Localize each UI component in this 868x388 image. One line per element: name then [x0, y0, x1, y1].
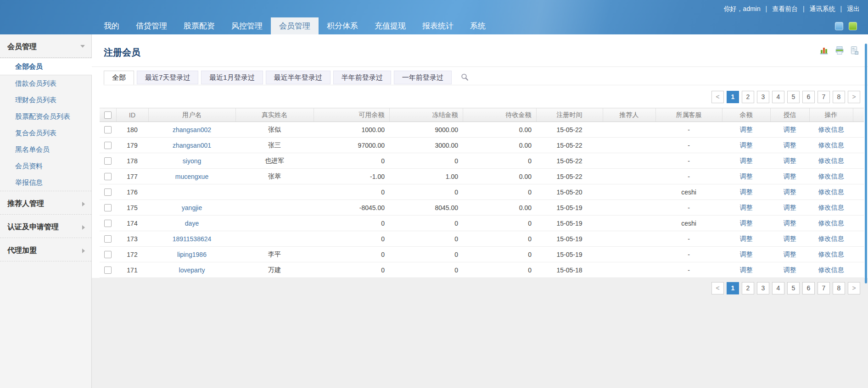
- page-button-4[interactable]: 4: [772, 91, 784, 103]
- adjust-balance-link[interactable]: 调整: [740, 235, 753, 242]
- next-page-button[interactable]: >: [848, 91, 860, 103]
- edit-info-link[interactable]: 修改信息: [818, 172, 844, 180]
- column-header-7[interactable]: 推荐人: [603, 108, 655, 122]
- page-button-5[interactable]: 5: [787, 91, 800, 103]
- column-header-5[interactable]: 待收金额: [463, 108, 536, 122]
- username-link[interactable]: zhangsan001: [173, 142, 211, 149]
- chart-icon[interactable]: [819, 45, 829, 55]
- username-link[interactable]: yangjie: [182, 204, 202, 211]
- adjust-balance-link[interactable]: 调整: [740, 157, 753, 164]
- adjust-balance-link[interactable]: 调整: [740, 219, 753, 227]
- search-button[interactable]: [454, 71, 475, 84]
- row-checkbox[interactable]: [104, 157, 112, 165]
- column-header-3[interactable]: 可用余额: [314, 108, 389, 122]
- next-page-button[interactable]: >: [848, 282, 860, 294]
- filter-tab-0[interactable]: 全部: [104, 71, 134, 85]
- nav-item-3[interactable]: 风控管理: [223, 17, 271, 34]
- row-checkbox[interactable]: [104, 142, 112, 149]
- edit-info-link[interactable]: 修改信息: [818, 266, 844, 273]
- column-header-0[interactable]: ID: [116, 108, 148, 122]
- page-button-2[interactable]: 2: [742, 282, 754, 294]
- sidebar-item-0-1[interactable]: 借款会员列表: [0, 75, 91, 92]
- filter-tab-5[interactable]: 一年前登录过: [394, 71, 452, 84]
- column-header-2[interactable]: 真实姓名: [235, 108, 314, 122]
- filter-tab-4[interactable]: 半年前登录过: [333, 71, 391, 84]
- adjust-credit-link[interactable]: 调整: [784, 141, 796, 149]
- row-checkbox[interactable]: [104, 251, 112, 258]
- row-checkbox[interactable]: [104, 266, 112, 274]
- column-header-6[interactable]: 注册时间: [536, 108, 603, 122]
- prev-page-button[interactable]: <: [711, 91, 724, 103]
- username-link[interactable]: 18911538624: [173, 235, 212, 243]
- column-header-10[interactable]: 授信: [770, 108, 809, 122]
- row-checkbox[interactable]: [104, 126, 112, 133]
- edit-info-link[interactable]: 修改信息: [818, 250, 844, 258]
- edit-info-link[interactable]: 修改信息: [818, 157, 844, 164]
- nav-item-1[interactable]: 借贷管理: [128, 17, 175, 34]
- sidebar-item-0-0[interactable]: 全部会员: [0, 58, 92, 75]
- page-button-7[interactable]: 7: [818, 282, 830, 294]
- row-checkbox[interactable]: [104, 188, 112, 196]
- page-button-8[interactable]: 8: [833, 282, 845, 294]
- report-icon[interactable]: [850, 45, 860, 55]
- row-checkbox[interactable]: [104, 220, 112, 227]
- page-button-3[interactable]: 3: [757, 91, 769, 103]
- column-header-4[interactable]: 冻结金额: [389, 108, 463, 122]
- nav-item-2[interactable]: 股票配资: [175, 17, 223, 34]
- nav-item-7[interactable]: 报表统计: [414, 17, 462, 34]
- edit-info-link[interactable]: 修改信息: [818, 204, 844, 211]
- nav-item-8[interactable]: 系统: [462, 17, 494, 34]
- edit-info-link[interactable]: 修改信息: [818, 126, 844, 133]
- page-button-4[interactable]: 4: [772, 282, 784, 294]
- username-link[interactable]: daye: [185, 220, 199, 227]
- username-link[interactable]: siyong: [183, 157, 201, 165]
- sidebar-item-0-3[interactable]: 股票配资会员列表: [0, 108, 91, 125]
- sidebar-item-0-5[interactable]: 黑名单会员: [0, 141, 91, 158]
- adjust-balance-link[interactable]: 调整: [740, 204, 753, 211]
- sidebar-section-title-0[interactable]: 会员管理: [0, 34, 91, 57]
- sidebar-item-0-4[interactable]: 复合会员列表: [0, 125, 91, 141]
- page-button-6[interactable]: 6: [802, 282, 815, 294]
- sidebar-section-title-2[interactable]: 认证及申请管理: [0, 215, 91, 238]
- nav-item-6[interactable]: 充值提现: [366, 17, 414, 34]
- username-link[interactable]: mucengxue: [175, 173, 208, 180]
- blue-square-button[interactable]: [835, 22, 843, 30]
- adjust-balance-link[interactable]: 调整: [740, 172, 753, 180]
- page-button-1[interactable]: 1: [727, 282, 739, 294]
- adjust-credit-link[interactable]: 调整: [784, 219, 796, 227]
- nav-item-5[interactable]: 积分体系: [319, 17, 366, 34]
- adjust-credit-link[interactable]: 调整: [784, 126, 796, 133]
- scrollbar-thumb[interactable]: [865, 44, 867, 283]
- sidebar-item-0-2[interactable]: 理财会员列表: [0, 92, 91, 108]
- sidebar-section-title-3[interactable]: 代理加盟: [0, 238, 91, 261]
- username-link[interactable]: zhangsan002: [173, 126, 211, 133]
- adjust-balance-link[interactable]: 调整: [740, 250, 753, 258]
- page-button-8[interactable]: 8: [833, 91, 845, 103]
- page-button-7[interactable]: 7: [818, 91, 830, 103]
- filter-tab-3[interactable]: 最近半年登录过: [266, 71, 330, 84]
- adjust-credit-link[interactable]: 调整: [784, 204, 796, 211]
- adjust-balance-link[interactable]: 调整: [740, 266, 753, 273]
- adjust-credit-link[interactable]: 调整: [784, 235, 796, 242]
- adjust-credit-link[interactable]: 调整: [784, 157, 796, 164]
- page-button-1[interactable]: 1: [727, 91, 739, 103]
- adjust-credit-link[interactable]: 调整: [784, 266, 796, 273]
- adjust-credit-link[interactable]: 调整: [784, 188, 796, 195]
- sidebar-item-0-6[interactable]: 会员资料: [0, 158, 91, 174]
- row-checkbox[interactable]: [104, 204, 112, 211]
- adjust-balance-link[interactable]: 调整: [740, 126, 753, 133]
- column-header-9[interactable]: 余额: [722, 108, 770, 122]
- edit-info-link[interactable]: 修改信息: [818, 235, 844, 242]
- page-button-2[interactable]: 2: [742, 91, 754, 103]
- view-frontend-link[interactable]: 查看前台: [772, 5, 798, 12]
- edit-info-link[interactable]: 修改信息: [818, 141, 844, 149]
- sidebar-section-title-1[interactable]: 推荐人管理: [0, 191, 91, 214]
- adjust-balance-link[interactable]: 调整: [740, 141, 753, 149]
- adjust-credit-link[interactable]: 调整: [784, 172, 796, 180]
- column-header-8[interactable]: 所属客服: [655, 108, 722, 122]
- page-button-3[interactable]: 3: [757, 282, 769, 294]
- column-header-1[interactable]: 用户名: [148, 108, 235, 122]
- nav-item-4[interactable]: 会员管理: [271, 17, 319, 34]
- logout-link[interactable]: 退出: [847, 5, 860, 12]
- adjust-balance-link[interactable]: 调整: [740, 188, 753, 195]
